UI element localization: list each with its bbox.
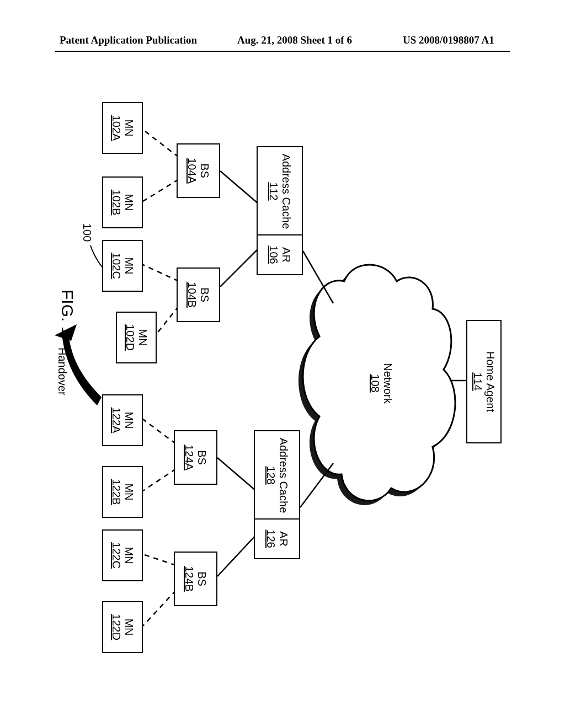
link-bs104a-mn102a: [143, 130, 179, 157]
mn-102d-ref: 102D: [124, 324, 136, 351]
addr-right-title: Address Cache: [277, 438, 290, 513]
box-bs-104a: BS 104A: [177, 143, 220, 198]
ar-left-title: AR: [280, 247, 292, 263]
mn-102d-title: MN: [136, 329, 149, 346]
bs-104a-title: BS: [199, 163, 211, 178]
bs-124b-title: BS: [196, 571, 209, 586]
link-ar126-bs124b: [217, 535, 256, 576]
network-title: Network: [381, 358, 394, 408]
link-network-ar126: [300, 463, 333, 507]
mn-122c-title: MN: [122, 547, 135, 564]
handover-label: Handover: [56, 347, 68, 395]
link-bs124a-mn122b: [143, 469, 176, 491]
box-mn-122b: MN 122B: [102, 466, 143, 518]
header-left: Patent Application Publication: [60, 34, 197, 46]
figure-caption: FIG. 1: [58, 290, 77, 335]
link-ar106-bs104a: [220, 171, 259, 204]
box-address-cache-128: Address Cache 128: [254, 430, 300, 521]
mn-122a-ref: 122A: [110, 408, 122, 433]
addr-left-title: Address Cache: [280, 154, 292, 229]
box-mn-122a: MN 122A: [102, 394, 143, 446]
box-mn-122d: MN 122D: [102, 601, 143, 653]
home-agent-title: Home Agent: [484, 351, 497, 412]
addr-left-ref: 112: [267, 182, 280, 200]
link-bs124b-mn122c: [143, 554, 176, 565]
box-address-cache-112: Address Cache 112: [257, 146, 303, 237]
box-bs-124a: BS 124A: [174, 430, 217, 485]
bs-104b-title: BS: [199, 287, 211, 302]
link-bs124a-mn122a: [143, 419, 176, 444]
bs-124b-ref: 124B: [183, 566, 196, 592]
box-home-agent: Home Agent 114: [466, 320, 502, 443]
home-agent-ref: 114: [471, 372, 484, 390]
link-bs104b-mn102d: [157, 306, 179, 334]
ar-right-ref: 126: [264, 529, 277, 548]
mn-122c-ref: 122C: [110, 542, 122, 569]
link-ar126-bs124a: [217, 458, 256, 491]
mn-122b-ref: 122B: [110, 479, 122, 505]
mn-102a-title: MN: [122, 119, 135, 136]
box-mn-102b: MN 102B: [102, 176, 143, 228]
box-mn-102a: MN 102A: [102, 102, 143, 154]
header-right: US 2008/0198807 A1: [403, 34, 494, 46]
bs-124a-title: BS: [196, 450, 209, 465]
figure-area: Home Agent 114 Network 108 Address Cache…: [55, 83, 510, 678]
ref-100: 100: [81, 223, 93, 242]
box-bs-124b: BS 124B: [174, 552, 217, 606]
page-header: Patent Application Publication Aug. 21, …: [0, 34, 565, 51]
ar-left-ref: 106: [267, 245, 280, 264]
mn-122d-title: MN: [122, 618, 135, 635]
mn-122d-ref: 122D: [110, 614, 122, 640]
mn-122b-title: MN: [122, 483, 135, 500]
header-middle: Aug. 21, 2008 Sheet 1 of 6: [237, 34, 352, 46]
network-ref: 108: [369, 358, 381, 408]
mn-122a-title: MN: [122, 411, 135, 429]
box-ar-126: AR 126: [254, 518, 300, 559]
bs-104b-ref: 104B: [186, 282, 199, 308]
mn-102c-ref: 102C: [110, 253, 122, 279]
mn-102c-title: MN: [122, 257, 135, 274]
mn-102b-title: MN: [122, 194, 135, 211]
ar-right-title: AR: [277, 531, 290, 547]
page: Patent Application Publication Aug. 21, …: [0, 0, 565, 728]
link-bs124b-mn122d: [143, 590, 176, 626]
network-label: Network 108: [369, 358, 394, 408]
bs-104a-ref: 104A: [186, 158, 199, 184]
addr-right-ref: 128: [264, 466, 277, 484]
bs-124a-ref: 124A: [183, 445, 196, 470]
link-bs104b-mn102c: [143, 265, 179, 281]
mn-102b-ref: 102B: [110, 190, 122, 216]
box-mn-122c: MN 122C: [102, 529, 143, 581]
box-ar-106: AR 106: [257, 234, 303, 275]
figure-1: Home Agent 114 Network 108 Address Cache…: [55, 83, 510, 678]
box-mn-102c: MN 102C: [102, 240, 143, 292]
link-ar106-bs104b: [220, 248, 259, 287]
box-mn-102d: MN 102D: [116, 312, 157, 363]
mn-102a-ref: 102A: [110, 115, 122, 141]
box-bs-104b: BS 104B: [177, 267, 220, 322]
header-rule: [55, 51, 510, 52]
link-bs104a-mn102b: [143, 179, 179, 201]
